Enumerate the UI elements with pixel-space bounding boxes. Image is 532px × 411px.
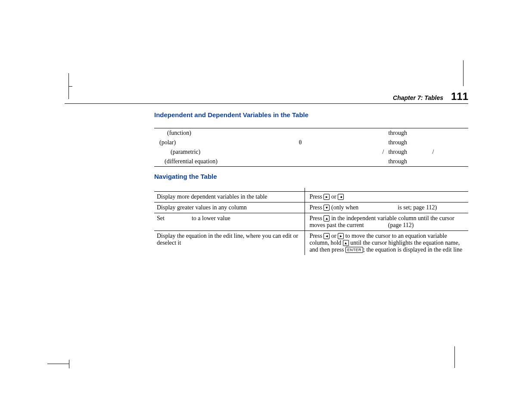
cell-through: through	[386, 138, 430, 147]
enter-key-icon: ENTER	[345, 247, 363, 253]
instruction-cell: Press ◂ or ▸ to move the cursor to an eq…	[305, 231, 468, 255]
table-header-row	[154, 188, 468, 192]
cell-dep-left	[324, 138, 387, 147]
cell-dep-left	[324, 128, 387, 138]
cell-dep-right	[431, 138, 469, 147]
page-number: 111	[451, 90, 468, 102]
cell-ind	[277, 157, 324, 167]
text: is set; page 112)	[396, 204, 437, 211]
chapter-title: Chapter 7: Tables	[393, 94, 443, 101]
table-row: Display the equation in the edit line, w…	[154, 231, 468, 255]
instruction-cell: Press ▴ in the independent variable colu…	[305, 213, 468, 231]
blank-term: xxxxxxxxxxxx	[360, 204, 396, 211]
action-cell: Display greater values in any column	[154, 202, 305, 213]
page: Chapter 7: Tables 111 Independent and De…	[0, 0, 532, 411]
navigation-table: Display more dependent variables in the …	[154, 188, 468, 255]
table-row: (differential equation) through	[154, 157, 468, 167]
action-cell: Display the equation in the edit line, w…	[154, 231, 305, 255]
blank-term: xxxxxxxx	[166, 215, 190, 221]
instruction-cell: Press ▸ or ◂	[305, 192, 468, 202]
text: (only when	[330, 204, 360, 211]
right-arrow-key-icon: ▸	[338, 233, 344, 239]
cell-through: through	[386, 128, 430, 138]
cell-ind: θ	[277, 138, 324, 147]
cell-dep-left: /	[324, 147, 387, 157]
crop-mark	[454, 346, 459, 368]
cell-dep-right: /	[431, 147, 469, 157]
header-cell	[154, 188, 305, 192]
down-arrow-key-icon: ▾	[324, 205, 330, 211]
text: to a lower value	[190, 215, 230, 221]
up-arrow-key-icon: ▴	[343, 240, 349, 246]
cell-mode: (differential equation)	[154, 157, 277, 167]
table-row: (polar) θ through	[154, 138, 468, 147]
table-row: Set xxxxxxxx to a lower value Press ▴ in…	[154, 213, 468, 231]
cell-through: through	[386, 157, 430, 167]
variables-table: (function) through (polar) θ through (pa…	[154, 128, 468, 167]
text: ; the equation is displayed in the edit …	[363, 246, 462, 253]
action-cell: Display more dependent variables in the …	[154, 192, 305, 202]
cell-ind	[277, 128, 324, 138]
text: Press	[309, 215, 324, 221]
table-row: Display more dependent variables in the …	[154, 192, 468, 202]
cell-dep-right	[431, 157, 469, 167]
section-heading: Navigating the Table	[154, 173, 468, 180]
cell-mode: (function)	[154, 128, 277, 138]
blank-term: xxxxxxx	[365, 222, 386, 228]
up-arrow-key-icon: ▴	[324, 215, 330, 221]
table-row: (function) through	[154, 128, 468, 138]
text: Press	[309, 233, 324, 239]
cell-dep-left	[324, 157, 387, 167]
cell-mode: (polar)	[154, 138, 277, 147]
cell-dep-right	[431, 128, 469, 138]
table-row: (parametric) / through /	[154, 147, 468, 157]
section-heading: Independent and Dependent Variables in t…	[154, 111, 468, 118]
text: or	[330, 193, 338, 200]
left-arrow-key-icon: ◂	[324, 233, 330, 239]
text: Press	[309, 193, 324, 200]
table-row: Display greater values in any column Pre…	[154, 202, 468, 213]
crop-mark	[47, 364, 69, 368]
left-arrow-key-icon: ◂	[338, 194, 344, 200]
header-rule	[65, 103, 468, 104]
crop-mark	[463, 60, 467, 86]
header-cell	[305, 188, 468, 192]
text: Set	[157, 215, 166, 221]
text: Press	[309, 204, 324, 211]
text: (page 112)	[386, 222, 414, 228]
running-header: Chapter 7: Tables 111	[0, 90, 468, 103]
cell-mode: (parametric)	[154, 147, 277, 157]
cell-through: through	[386, 147, 430, 157]
text: or	[330, 233, 338, 239]
content-area: Independent and Dependent Variables in t…	[154, 111, 468, 255]
cell-ind	[277, 147, 324, 157]
right-arrow-key-icon: ▸	[324, 194, 330, 200]
action-cell: Set xxxxxxxx to a lower value	[154, 213, 305, 231]
instruction-cell: Press ▾ (only when xxxxxxxxxxxx is set; …	[305, 202, 468, 213]
